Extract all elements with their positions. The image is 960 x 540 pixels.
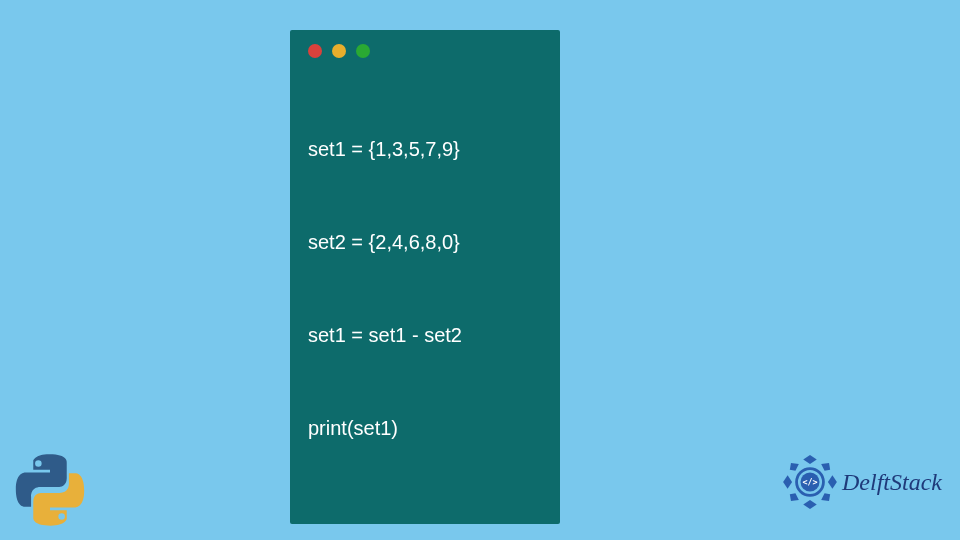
svg-marker-1 xyxy=(803,500,816,509)
svg-marker-6 xyxy=(790,493,799,501)
svg-marker-3 xyxy=(828,475,837,488)
python-logo-icon xyxy=(10,450,90,530)
svg-text:</>: </> xyxy=(802,477,817,487)
svg-marker-2 xyxy=(783,475,792,488)
svg-marker-4 xyxy=(790,463,799,471)
maximize-icon xyxy=(356,44,370,58)
close-icon xyxy=(308,44,322,58)
brand-name: DelftStack xyxy=(842,469,942,496)
svg-marker-0 xyxy=(803,455,816,464)
delftstack-logo-icon: </> xyxy=(782,454,838,510)
code-line: set1 = {1,3,5,7,9} xyxy=(308,134,542,165)
code-line: set1 = set1 - set2 xyxy=(308,320,542,351)
brand-badge: </> DelftStack xyxy=(782,454,942,510)
svg-marker-7 xyxy=(821,493,830,501)
svg-marker-5 xyxy=(821,463,830,471)
window-controls xyxy=(308,44,542,58)
minimize-icon xyxy=(332,44,346,58)
code-block: set1 = {1,3,5,7,9} set2 = {2,4,6,8,0} se… xyxy=(308,72,542,506)
code-line: set2 = {2,4,6,8,0} xyxy=(308,227,542,258)
code-window: set1 = {1,3,5,7,9} set2 = {2,4,6,8,0} se… xyxy=(290,30,560,524)
code-line: print(set1) xyxy=(308,413,542,444)
